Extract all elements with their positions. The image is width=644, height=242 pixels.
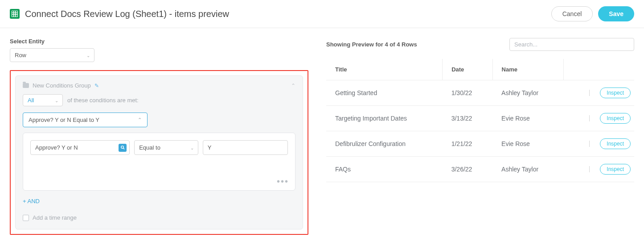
pencil-icon[interactable]: ✎	[94, 83, 99, 89]
condition-summary[interactable]: Approve? Y or N Equal to Y ⌃	[23, 113, 148, 127]
condition-editor-row: Equal to ⌄	[30, 140, 288, 155]
time-range-row: Add a time range	[23, 214, 295, 221]
cancel-button[interactable]: Cancel	[551, 6, 593, 21]
cell-name: Evie Rose	[492, 131, 563, 157]
cell-date: 3/13/22	[443, 106, 492, 131]
cell-name: Evie Rose	[492, 106, 563, 131]
inspect-button[interactable]: Inspect	[600, 88, 631, 98]
inspect-button[interactable]: Inspect	[600, 138, 631, 149]
search-input[interactable]	[509, 38, 634, 51]
condition-operator-wrap: Equal to ⌄	[134, 140, 198, 155]
cell-title: Targeting Important Dates	[326, 106, 443, 131]
col-name: Name	[492, 59, 563, 80]
cell-actions: | Inspect	[564, 157, 634, 182]
group-header-left: New Conditions Group ✎	[23, 82, 99, 89]
condition-field-input[interactable]	[30, 140, 130, 155]
cell-title: Getting Started	[326, 80, 443, 106]
header-left: Connect Docs Review Log (Sheet1) - items…	[10, 9, 229, 19]
table-row: Defibrulizer Configuration 1/21/22 Evie …	[326, 131, 634, 157]
cell-date: 3/26/22	[443, 157, 492, 182]
divider-icon: |	[589, 89, 591, 96]
entity-select[interactable]: Row	[10, 48, 94, 62]
cell-title: FAQs	[326, 157, 443, 182]
page-title: Connect Docs Review Log (Sheet1) - items…	[25, 9, 229, 19]
divider-icon: |	[589, 140, 591, 147]
table-row: Getting Started 1/30/22 Ashley Taylor | …	[326, 80, 634, 106]
chevron-up-icon[interactable]: ⌃	[291, 83, 295, 89]
app-header: Connect Docs Review Log (Sheet1) - items…	[0, 0, 644, 28]
time-range-label: Add a time range	[33, 214, 77, 221]
chevron-up-icon: ⌃	[138, 117, 142, 123]
conditions-highlight-box: New Conditions Group ✎ ⌃ All ⌄ of these …	[10, 70, 308, 235]
inspect-button[interactable]: Inspect	[600, 113, 631, 124]
cell-actions: | Inspect	[564, 80, 634, 106]
folder-icon	[23, 83, 29, 88]
add-and-button[interactable]: + AND	[23, 198, 40, 204]
match-row: All ⌄ of these conditions are met:	[23, 94, 295, 106]
divider-icon: |	[589, 165, 591, 172]
match-select[interactable]: All	[23, 94, 63, 106]
main-content: Select Entity Row ⌄ New Conditions Group…	[0, 28, 644, 242]
cell-title: Defibrulizer Configuration	[326, 131, 443, 157]
header-actions: Cancel Save	[551, 6, 634, 21]
condition-editor: Equal to ⌄ •••	[23, 133, 295, 191]
condition-field-wrap	[30, 140, 130, 155]
col-title: Title	[326, 59, 443, 80]
time-range-checkbox[interactable]	[23, 215, 29, 221]
conditions-group: New Conditions Group ✎ ⌃ All ⌄ of these …	[15, 75, 303, 229]
left-panel: Select Entity Row ⌄ New Conditions Group…	[10, 38, 308, 235]
svg-line-1	[123, 148, 124, 150]
save-button[interactable]: Save	[598, 6, 634, 21]
table-row: Targeting Important Dates 3/13/22 Evie R…	[326, 106, 634, 131]
condition-summary-text: Approve? Y or N Equal to Y	[29, 117, 99, 123]
cell-name: Ashley Taylor	[492, 80, 563, 106]
match-text: of these conditions are met:	[67, 97, 139, 104]
preview-table: Title Date Name Getting Started 1/30/22 …	[326, 59, 634, 182]
more-icon[interactable]: •••	[277, 177, 289, 186]
entity-label: Select Entity	[10, 38, 308, 45]
cell-date: 1/30/22	[443, 80, 492, 106]
entity-select-wrap: Row ⌄	[10, 48, 94, 62]
lookup-icon[interactable]	[119, 144, 127, 152]
sheets-icon	[10, 9, 20, 19]
right-panel: Showing Preview for 4 of 4 Rows Title Da…	[326, 38, 634, 182]
table-row: FAQs 3/26/22 Ashley Taylor | Inspect	[326, 157, 634, 182]
cell-actions: | Inspect	[564, 106, 634, 131]
cell-date: 1/21/22	[443, 131, 492, 157]
cell-actions: | Inspect	[564, 131, 634, 157]
cell-name: Ashley Taylor	[492, 157, 563, 182]
match-select-wrap: All ⌄	[23, 94, 63, 106]
condition-operator-select[interactable]: Equal to	[134, 140, 198, 155]
col-actions	[564, 59, 634, 80]
svg-point-0	[121, 146, 124, 149]
condition-value-wrap	[203, 140, 288, 155]
preview-heading: Showing Preview for 4 of 4 Rows	[326, 41, 417, 48]
table-header-row: Title Date Name	[326, 59, 634, 80]
divider-icon: |	[589, 114, 591, 121]
col-date: Date	[443, 59, 492, 80]
preview-header: Showing Preview for 4 of 4 Rows	[326, 38, 634, 51]
group-header: New Conditions Group ✎ ⌃	[23, 82, 295, 89]
inspect-button[interactable]: Inspect	[600, 164, 631, 175]
group-title: New Conditions Group	[33, 82, 91, 89]
condition-value-input[interactable]	[203, 140, 288, 155]
